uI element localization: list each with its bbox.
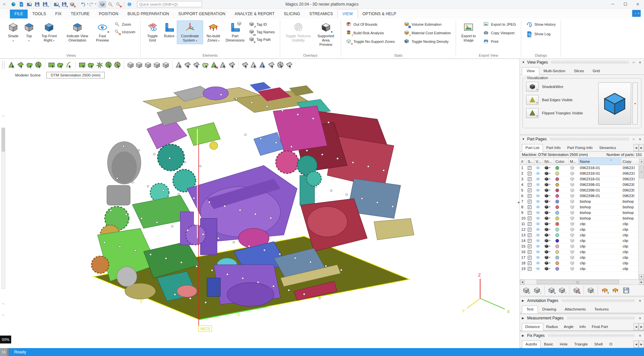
shade-mode-cube-icon[interactable] [544,233,549,237]
mesh-cube-icon[interactable] [570,222,575,226]
part-color-swatch[interactable] [555,177,559,181]
measurement-pages-header[interactable]: ▶ Measurement Pages ✕ [520,314,644,322]
curve-selection-tool[interactable] [65,60,73,70]
indicate-view-orientation-button[interactable]: Indicate View Orientation [62,20,93,44]
show-history-button[interactable]: Show History [525,21,557,28]
shade-mode-cube-icon[interactable] [544,177,549,181]
view-pages-tab[interactable]: Multi-Section [539,68,570,74]
part-row[interactable]: 14 ✓ ▾ clip clip [520,238,638,244]
scroll-tabs-right-button[interactable]: ▶ [639,144,644,151]
fix-tab[interactable]: Autofix [522,341,541,348]
mesh-cube-icon[interactable] [570,165,575,170]
toggle-grid-button[interactable]: Toggle Grid [143,20,162,44]
render-mode-dropdown[interactable]: ▾ [632,82,638,125]
hide-selected-parts-button[interactable]: ○ [557,286,567,295]
out-of-bounds-button[interactable]: Out Of Bounds [345,21,396,28]
annotation-tab[interactable]: Attachments [560,306,590,313]
annotation-pages-header[interactable]: ▶ Annotation Pages ✕ [520,297,644,304]
part-table-vscrollbar[interactable]: ≡ ▼ [638,165,644,279]
view-pages-tab[interactable]: Slices [570,68,588,74]
viewport-3d[interactable]: x y WCS Z Y X [0,79,520,348]
visibility-eye-icon[interactable] [536,210,540,215]
part-row[interactable]: 10 ✓ ▾ bishop bishop [520,216,638,221]
selected-checkbox[interactable]: ✓ [528,233,531,237]
toggle-nesting-density-button[interactable]: Toggle Nesting Density [403,38,452,45]
save-platform-button[interactable] [621,286,631,295]
selected-checkbox[interactable]: ✓ [528,189,531,192]
selected-checkbox[interactable]: ✓ [528,256,531,259]
selected-checkbox[interactable]: ✓ [528,200,531,203]
scroll-tabs-left-button[interactable]: ◀ [633,341,639,348]
session-close-icon[interactable]: ✕ [0,2,9,7]
render-mode-preview-button[interactable] [598,82,631,125]
toolbar-drag-handle[interactable] [2,61,5,69]
save-button[interactable] [34,1,41,8]
mesh-cube-icon[interactable] [570,238,575,243]
scroll-down-button[interactable]: ▼ [639,274,644,279]
part-color-swatch[interactable] [555,267,559,271]
selected-checkbox[interactable]: ✓ [528,267,531,271]
fix-tab[interactable]: Triangle [571,341,591,348]
shade-mode-cube-icon[interactable] [544,266,549,271]
mesh-cube-icon[interactable] [570,199,575,204]
column-color[interactable]: Color [554,158,569,165]
shade-button[interactable]: Shade▾ [5,20,22,44]
move-to-platform-button[interactable]: → [610,286,620,295]
part-color-swatch[interactable] [555,211,559,215]
mesh-cube-icon[interactable] [570,188,575,193]
select-all-parts-button[interactable]: ✓ [521,286,531,295]
column-mesh[interactable]: M... [569,158,578,165]
measurement-tab[interactable]: Final Part [589,323,611,330]
annotation-tab[interactable]: Textures [590,306,613,313]
freeform-selection-tool[interactable] [56,60,65,70]
tab-modeler-scene[interactable]: Modeler Scene [11,72,44,78]
clear-marking-tool[interactable]: ✕ [210,60,219,70]
tag-names-button[interactable]: ab Tag Names [248,29,276,35]
selected-checkbox[interactable]: ✓ [528,205,531,209]
mark-shell-tool[interactable] [34,60,43,70]
part-pages-header[interactable]: ▼ Part Pages ⊢ ✕ [520,135,644,143]
part-color-swatch[interactable] [555,233,559,237]
mark-plane-tool[interactable] [16,60,25,70]
mesh-cube-icon[interactable] [570,205,575,209]
part-color-swatch[interactable] [555,239,559,243]
ribbon-tab[interactable]: ANALYZE & REPORT [230,10,279,18]
ribbon-tab[interactable]: BUILD PREPARATION [123,10,174,18]
part-row[interactable]: 13 ✓ ▾ clip clip [520,232,638,238]
ribbon-tab[interactable]: SLICING [279,10,305,18]
find-part-button[interactable]: ○ [583,286,595,295]
coordinate-system-button[interactable]: Coordinate System ▾ [177,20,203,44]
star-selection-tool[interactable] [95,60,104,70]
part-row[interactable]: 17 ✓ ▾ clip clip [520,255,638,260]
selected-checkbox[interactable]: ✓ [528,211,531,215]
column-shade[interactable]: Sh... [543,158,554,165]
flipped-triangles-visible-button[interactable]: ▾ [526,108,539,118]
part-color-swatch[interactable] [555,222,559,226]
export-to-jpeg-button[interactable]: Export to JPEG [482,21,517,28]
scroll-tabs-left-button[interactable]: ◀ [633,323,639,330]
part-row[interactable]: 7 ✓ ▾ bishop bishop [520,199,638,204]
undo-button[interactable]: ▾ [80,1,87,8]
maximize-button[interactable] [619,0,631,8]
visibility-eye-icon[interactable] [536,233,540,237]
scroll-tabs-right-button[interactable]: ▶ [639,341,644,348]
visibility-eye-icon[interactable] [536,193,540,198]
pin-icon[interactable]: ⊢ [632,137,636,141]
close-panel-icon[interactable]: ✕ [638,61,642,64]
view-pages-header[interactable]: ▼ View Pages ⊢ ✕ [520,59,644,66]
shade-mode-cube-icon[interactable] [544,244,549,249]
minimize-button[interactable] [606,0,619,8]
close-panel-icon[interactable]: ✕ [638,316,642,320]
material-cost-estimation-button[interactable]: € Material Cost Estimation [403,30,452,36]
pin-icon[interactable]: ⊢ [632,61,636,64]
ribbon-tab[interactable]: POSITION [94,10,123,18]
mesh-cube-icon[interactable] [570,244,575,249]
mark-triangle-tool[interactable] [7,60,16,70]
rectangle-selection-tool[interactable] [45,60,56,70]
window-triangle-selection-tool[interactable] [75,60,86,70]
shade-mode-cube-icon[interactable] [544,188,549,193]
shade-mode-cube-icon[interactable] [544,182,549,187]
visibility-eye-icon[interactable] [536,250,540,254]
visibility-eye-icon[interactable] [536,199,540,204]
selected-checkbox[interactable]: ✓ [528,172,531,175]
